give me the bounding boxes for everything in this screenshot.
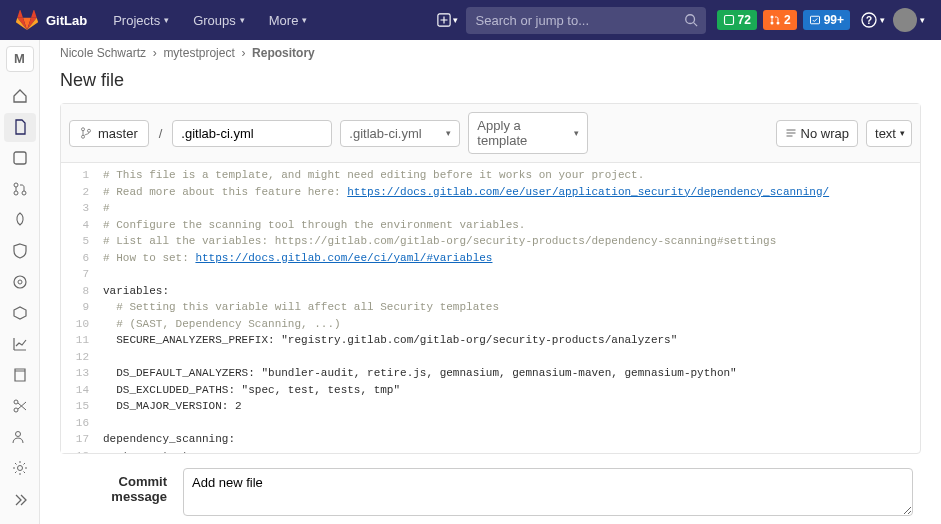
svg-point-5 bbox=[776, 22, 779, 25]
shield-icon bbox=[12, 243, 28, 259]
sidebar-security[interactable] bbox=[4, 237, 36, 266]
sidebar-snippets[interactable] bbox=[4, 392, 36, 421]
todos-counter[interactable]: 99+ bbox=[803, 10, 850, 30]
chevron-down-icon: ▾ bbox=[453, 15, 458, 25]
page-title: New file bbox=[60, 70, 921, 91]
user-menu[interactable]: ▾ bbox=[893, 8, 925, 32]
sidebar-repository[interactable] bbox=[4, 113, 36, 142]
svg-point-10 bbox=[14, 183, 18, 187]
sidebar-settings[interactable] bbox=[4, 454, 36, 483]
issues-counter[interactable]: 72 bbox=[717, 10, 757, 30]
filename-input[interactable] bbox=[172, 120, 332, 147]
book-icon bbox=[12, 367, 28, 383]
svg-point-11 bbox=[14, 191, 18, 195]
code-editor[interactable]: 1234567891011121314151617181920212223242… bbox=[61, 163, 920, 453]
svg-point-14 bbox=[18, 280, 22, 284]
path-separator: / bbox=[157, 126, 165, 141]
rocket-icon bbox=[12, 212, 28, 228]
branch-selector[interactable]: master bbox=[69, 120, 149, 147]
breadcrumb-current: Repository bbox=[252, 46, 315, 60]
scissors-icon bbox=[12, 398, 28, 414]
sidebar-operations[interactable] bbox=[4, 268, 36, 297]
operations-icon bbox=[12, 274, 28, 290]
chevron-down-icon: ▾ bbox=[164, 15, 169, 25]
svg-point-12 bbox=[22, 191, 26, 195]
merge-request-icon bbox=[12, 181, 28, 197]
file-editor: master / .gitlab-ci.yml▾ Apply a templat… bbox=[60, 103, 921, 454]
plus-box-icon bbox=[437, 13, 451, 27]
svg-point-18 bbox=[17, 466, 22, 471]
sidebar-cicd[interactable] bbox=[4, 206, 36, 235]
sidebar-analytics[interactable] bbox=[4, 330, 36, 359]
nav-more[interactable]: More ▾ bbox=[259, 7, 318, 34]
svg-rect-6 bbox=[810, 16, 819, 24]
chevron-down-icon: ▾ bbox=[240, 15, 245, 25]
editor-toolbar: master / .gitlab-ci.yml▾ Apply a templat… bbox=[61, 104, 920, 163]
svg-rect-2 bbox=[724, 16, 733, 25]
svg-text:?: ? bbox=[866, 15, 872, 26]
issues-icon bbox=[12, 150, 28, 166]
sidebar-home[interactable] bbox=[4, 82, 36, 111]
sidebar-wiki[interactable] bbox=[4, 361, 36, 390]
merge-requests-counter[interactable]: 2 bbox=[763, 10, 797, 30]
svg-point-16 bbox=[14, 408, 18, 412]
svg-point-1 bbox=[685, 15, 694, 24]
svg-point-3 bbox=[770, 16, 773, 19]
chevron-double-right-icon bbox=[12, 492, 28, 508]
sidebar-packages[interactable] bbox=[4, 299, 36, 328]
search-icon bbox=[684, 13, 698, 27]
svg-point-19 bbox=[82, 128, 85, 131]
breadcrumb-user[interactable]: Nicole Schwartz bbox=[60, 46, 146, 60]
chevron-down-icon: ▾ bbox=[446, 128, 451, 138]
svg-point-4 bbox=[770, 22, 773, 25]
users-icon bbox=[12, 429, 28, 445]
breadcrumb: Nicole Schwartz › mytestproject › Reposi… bbox=[60, 40, 921, 70]
gitlab-logo[interactable] bbox=[16, 9, 38, 31]
nav-groups[interactable]: Groups ▾ bbox=[183, 7, 255, 34]
issues-icon bbox=[723, 14, 735, 26]
new-dropdown[interactable]: ▾ bbox=[429, 9, 466, 31]
tanuki-icon bbox=[16, 9, 38, 31]
svg-point-20 bbox=[82, 135, 85, 138]
svg-point-15 bbox=[14, 400, 18, 404]
sidebar-collapse[interactable] bbox=[4, 485, 36, 514]
sidebar-members[interactable] bbox=[4, 423, 36, 452]
chevron-down-icon: ▾ bbox=[302, 15, 307, 25]
svg-point-13 bbox=[14, 276, 26, 288]
line-gutter: 1234567891011121314151617181920212223242… bbox=[61, 163, 95, 453]
question-icon: ? bbox=[861, 12, 877, 28]
top-navbar: GitLab Projects ▾ Groups ▾ More ▾ ▾ 72 2… bbox=[0, 0, 941, 40]
commit-message-input[interactable] bbox=[183, 468, 913, 516]
branch-icon bbox=[80, 127, 92, 139]
softwrap-mode-dropdown[interactable]: text▾ bbox=[866, 120, 912, 147]
gear-icon bbox=[12, 460, 28, 476]
breadcrumb-project[interactable]: mytestproject bbox=[163, 46, 234, 60]
project-sidebar: M bbox=[0, 40, 40, 524]
svg-point-21 bbox=[88, 129, 91, 132]
commit-message-label: Commit message bbox=[68, 468, 183, 519]
apply-template-dropdown[interactable]: Apply a template▾ bbox=[468, 112, 588, 154]
sidebar-merge-requests[interactable] bbox=[4, 175, 36, 204]
nav-projects[interactable]: Projects ▾ bbox=[103, 7, 179, 34]
merge-request-icon bbox=[769, 14, 781, 26]
avatar-icon bbox=[893, 8, 917, 32]
svg-rect-9 bbox=[14, 152, 26, 164]
home-icon bbox=[12, 88, 28, 104]
chevron-down-icon: ▾ bbox=[880, 15, 885, 25]
nowrap-icon bbox=[785, 127, 797, 139]
sidebar-issues[interactable] bbox=[4, 144, 36, 173]
todos-icon bbox=[809, 14, 821, 26]
doc-icon bbox=[12, 119, 28, 135]
chevron-down-icon: ▾ bbox=[900, 128, 905, 138]
help-menu[interactable]: ? ▾ bbox=[861, 12, 885, 28]
brand-name[interactable]: GitLab bbox=[46, 13, 87, 28]
package-icon bbox=[12, 305, 28, 321]
chart-icon bbox=[12, 336, 28, 352]
nowrap-toggle[interactable]: No wrap bbox=[776, 120, 858, 147]
chevron-down-icon: ▾ bbox=[920, 15, 925, 25]
template-type-dropdown[interactable]: .gitlab-ci.yml▾ bbox=[340, 120, 460, 147]
global-search-input[interactable] bbox=[466, 7, 706, 34]
chevron-down-icon: ▾ bbox=[574, 128, 579, 138]
code-content[interactable]: # This file is a template, and might nee… bbox=[95, 163, 920, 453]
project-avatar[interactable]: M bbox=[6, 46, 34, 72]
